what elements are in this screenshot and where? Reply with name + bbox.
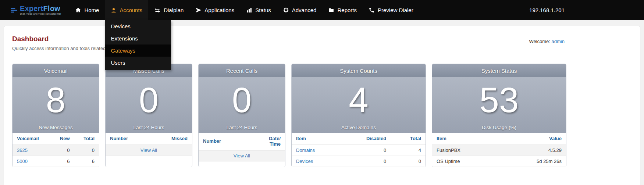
- brand-flow: Flow: [43, 4, 60, 13]
- nav-label: Accounts: [120, 7, 142, 13]
- nav-label: Home: [84, 7, 99, 13]
- col-header: New: [51, 133, 74, 145]
- page-subtitle: Quickly access information and tools rel…: [12, 46, 106, 51]
- col-header: Voicemail: [13, 133, 51, 145]
- recent-calls-caption: Last 24 Hours: [199, 125, 285, 130]
- voicemail-box-link[interactable]: 5000: [17, 159, 28, 164]
- card-voicemail: Voicemail 8 New Messages Voicemail New T…: [12, 64, 99, 167]
- paper-plane-icon: [195, 7, 202, 13]
- col-header: Date/ Time: [248, 133, 285, 150]
- missed-calls-table: Number Missed View All: [106, 133, 192, 156]
- cell: 5d 25m 26s: [498, 156, 566, 167]
- col-header: Total: [391, 133, 426, 145]
- voicemail-caption: New Messages: [13, 125, 99, 130]
- page-title: Dashboard: [12, 35, 106, 43]
- welcome-label: Welcome:: [529, 39, 550, 44]
- col-header: Value: [498, 133, 566, 145]
- nav-status[interactable]: Status: [240, 0, 277, 20]
- cell: FusionPBX: [432, 145, 498, 156]
- cell: 4: [391, 145, 426, 156]
- swap-arrows-icon: [154, 7, 161, 14]
- table-row: FusionPBX 4.5.29: [432, 145, 566, 156]
- view-all-link[interactable]: View All: [234, 153, 250, 159]
- cell: OS Uptime: [432, 156, 498, 167]
- system-counts-hero: 4 Active Domains: [292, 77, 426, 133]
- brand-icon: [10, 7, 18, 14]
- system-status-table: Item Value FusionPBX 4.5.29 OS Uptime 5d…: [432, 133, 566, 167]
- card-title: Recent Calls: [199, 64, 285, 77]
- card-title: Voicemail: [13, 64, 99, 77]
- menu-item-devices[interactable]: Devices: [105, 20, 171, 32]
- col-header: Number: [199, 133, 248, 150]
- nav-label: Reports: [337, 7, 357, 13]
- nav-applications[interactable]: Applications: [189, 0, 240, 20]
- card-title: System Status: [432, 64, 566, 77]
- folder-icon: [328, 7, 334, 13]
- table-row: OS Uptime 5d 25m 26s: [432, 156, 566, 167]
- table-row: Domains 0 4: [292, 145, 426, 156]
- nav-dialplan[interactable]: Dialplan: [148, 0, 189, 20]
- nav-preview-dialer[interactable]: Preview Dialer: [363, 0, 419, 20]
- table-row: View All: [106, 145, 192, 156]
- card-system-status: System Status 53 Disk Usage (%) Item Val…: [432, 64, 566, 167]
- content-panel: Dashboard Quickly access information and…: [4, 26, 640, 185]
- user-icon: [111, 7, 117, 13]
- voicemail-box-link[interactable]: 3625: [17, 147, 28, 153]
- disk-usage-value: 53: [480, 82, 519, 118]
- card-system-counts: System Counts 4 Active Domains Item Disa…: [291, 64, 426, 167]
- col-header: Item: [292, 133, 340, 145]
- table-row: View All: [199, 150, 285, 161]
- col-header: Missed: [150, 133, 192, 145]
- cell: 4.5.29: [498, 145, 566, 156]
- brand-tagline: chat, voice and video contactcenter: [20, 13, 61, 15]
- brand-expert: Expert: [20, 4, 43, 13]
- domains-link[interactable]: Domains: [296, 147, 315, 153]
- missed-calls-count: 0: [139, 82, 159, 118]
- nav-label: Applications: [204, 7, 234, 13]
- welcome-user-link[interactable]: admin: [552, 39, 565, 44]
- system-status-caption: Disk Usage (%): [432, 125, 566, 130]
- brand-text: ExpertFlow chat, voice and video contact…: [20, 5, 61, 15]
- menu-item-extensions[interactable]: Extensions: [105, 32, 171, 45]
- recent-calls-table: Number Date/ Time View All: [199, 133, 285, 161]
- system-counts-caption: Active Domains: [292, 125, 426, 130]
- missed-calls-hero: 0 Last 24 Hours: [106, 77, 192, 133]
- nav-label: Advanced: [292, 7, 317, 13]
- nav-accounts[interactable]: Accounts Devices Extensions Gateways Use…: [105, 0, 148, 20]
- nav-home[interactable]: Home: [69, 0, 105, 20]
- home-icon: [75, 7, 81, 13]
- voicemail-count: 8: [46, 82, 65, 118]
- nav-label: Dialplan: [164, 7, 184, 13]
- phone-icon: [369, 7, 375, 13]
- system-status-hero: 53 Disk Usage (%): [432, 77, 566, 133]
- brand-logo[interactable]: ExpertFlow chat, voice and video contact…: [10, 5, 61, 15]
- nav-advanced[interactable]: Advanced: [277, 0, 323, 20]
- table-row: Devices 0 0: [292, 156, 426, 167]
- cell: 0: [74, 145, 99, 156]
- nav-label: Preview Dialer: [378, 7, 413, 13]
- recent-calls-hero: 0 Last 24 Hours: [199, 77, 285, 133]
- card-recent-calls: Recent Calls 0 Last 24 Hours Number Date…: [198, 64, 285, 167]
- recent-calls-count: 0: [232, 82, 252, 118]
- table-row: 5000 6 6: [13, 156, 99, 167]
- missed-calls-caption: Last 24 Hours: [106, 125, 192, 130]
- welcome-text: Welcome: admin: [529, 39, 565, 44]
- nav-reports[interactable]: Reports: [322, 0, 363, 20]
- bar-chart-icon: [246, 7, 252, 13]
- cell: 0: [391, 156, 426, 167]
- card-title: System Counts: [292, 64, 426, 77]
- top-navbar: ExpertFlow chat, voice and video contact…: [0, 0, 644, 20]
- card-missed-calls: Missed Calls 0 Last 24 Hours Number Miss…: [105, 64, 192, 167]
- cell: 6: [51, 156, 74, 167]
- col-header: Total: [74, 133, 99, 145]
- view-all-link[interactable]: View All: [140, 147, 157, 153]
- page-header: Dashboard Quickly access information and…: [12, 35, 565, 51]
- cell: 0: [340, 156, 391, 167]
- cell: 0: [51, 145, 74, 156]
- devices-link[interactable]: Devices: [296, 159, 313, 164]
- active-domains-count: 4: [349, 82, 368, 118]
- system-counts-table: Item Disabled Total Domains 0 4 Devices …: [292, 133, 426, 167]
- menu-item-users[interactable]: Users: [105, 57, 171, 69]
- menu-item-gateways[interactable]: Gateways: [105, 45, 171, 57]
- voicemail-table: Voicemail New Total 3625 0 0 5000 6: [13, 133, 99, 167]
